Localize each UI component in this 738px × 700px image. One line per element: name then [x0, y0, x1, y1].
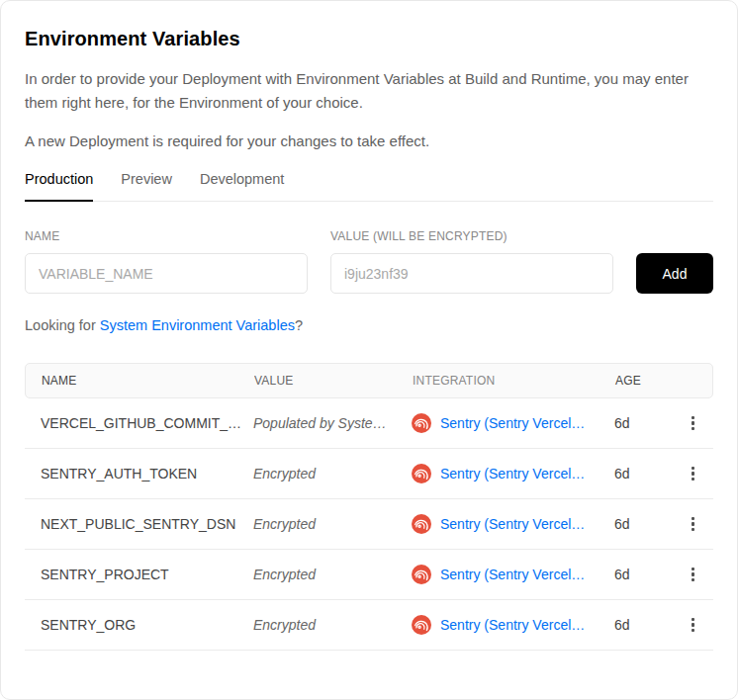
table-body: VERCEL_GITHUB_COMMIT_… Populated by Syst…	[25, 398, 713, 651]
variable-value-cell: Encrypted	[253, 516, 412, 532]
integration-link[interactable]: Sentry (Sentry Vercel…	[440, 567, 585, 582]
name-label: NAME	[25, 229, 308, 243]
variable-value-cell: Encrypted	[253, 617, 412, 633]
variable-value-cell: Populated by Syste…	[253, 415, 412, 431]
row-menu-kebab-icon[interactable]	[687, 564, 699, 586]
integration-link[interactable]: Sentry (Sentry Vercel…	[440, 415, 585, 431]
tab-development[interactable]: Development	[200, 171, 284, 202]
tab-production[interactable]: Production	[25, 171, 93, 202]
variable-value-cell: Encrypted	[253, 466, 412, 481]
column-header-age: AGE	[615, 374, 677, 388]
system-env-suffix: ?	[295, 317, 303, 333]
column-header-integration: INTEGRATION	[413, 374, 615, 388]
environment-variables-panel: Environment Variables In order to provid…	[0, 0, 738, 700]
age-cell: 6d	[614, 466, 676, 481]
add-button[interactable]: Add	[636, 253, 713, 294]
add-variable-form: NAME VALUE (WILL BE ENCRYPTED) Add	[25, 229, 713, 294]
sentry-icon	[412, 615, 431, 635]
row-menu-kebab-icon[interactable]	[687, 463, 699, 485]
column-header-value: VALUE	[254, 374, 413, 388]
redeploy-note: A new Deployment is required for your ch…	[25, 130, 713, 153]
table-row: SENTRY_PROJECT Encrypted Sentry (Sentry …	[25, 550, 713, 600]
integration-cell: Sentry (Sentry Vercel…	[412, 464, 614, 483]
age-cell: 6d	[614, 516, 676, 532]
variable-name-cell: VERCEL_GITHUB_COMMIT_…	[41, 415, 253, 431]
variable-name-cell: NEXT_PUBLIC_SENTRY_DSN	[41, 516, 253, 532]
variable-name-cell: SENTRY_ORG	[41, 617, 253, 633]
table-header-row: NAME VALUE INTEGRATION AGE	[25, 363, 713, 398]
integration-cell: Sentry (Sentry Vercel…	[412, 514, 614, 534]
age-cell: 6d	[614, 567, 676, 582]
integration-link[interactable]: Sentry (Sentry Vercel…	[440, 466, 585, 481]
row-menu-kebab-icon[interactable]	[687, 513, 699, 536]
variable-value-input[interactable]	[330, 253, 613, 294]
integration-link[interactable]: Sentry (Sentry Vercel…	[440, 516, 585, 532]
panel-description: In order to provide your Deployment with…	[25, 67, 709, 115]
variable-name-cell: SENTRY_AUTH_TOKEN	[41, 466, 253, 481]
table-row: NEXT_PUBLIC_SENTRY_DSN Encrypted Sentry …	[25, 499, 713, 550]
variable-value-cell: Encrypted	[253, 567, 412, 582]
age-cell: 6d	[614, 415, 676, 431]
variable-name-input[interactable]	[25, 253, 308, 294]
tab-preview[interactable]: Preview	[121, 171, 172, 202]
environment-tabs: Production Preview Development	[25, 171, 713, 202]
page-title: Environment Variables	[25, 28, 713, 50]
variable-name-cell: SENTRY_PROJECT	[41, 567, 253, 582]
integration-cell: Sentry (Sentry Vercel…	[412, 413, 614, 433]
system-env-link[interactable]: System Environment Variables	[100, 317, 295, 333]
table-row: SENTRY_AUTH_TOKEN Encrypted Sentry (Sent…	[25, 449, 713, 499]
integration-link[interactable]: Sentry (Sentry Vercel…	[440, 617, 585, 633]
column-header-name: NAME	[42, 374, 254, 388]
integration-cell: Sentry (Sentry Vercel…	[412, 565, 614, 584]
integration-cell: Sentry (Sentry Vercel…	[412, 615, 614, 635]
row-menu-kebab-icon[interactable]	[687, 412, 699, 435]
row-menu-kebab-icon[interactable]	[687, 614, 699, 637]
value-label: VALUE (WILL BE ENCRYPTED)	[330, 229, 613, 243]
table-row: VERCEL_GITHUB_COMMIT_… Populated by Syst…	[25, 398, 713, 449]
system-env-prefix: Looking for	[25, 317, 100, 333]
env-variables-table: NAME VALUE INTEGRATION AGE VERCEL_GITHUB…	[25, 363, 713, 651]
sentry-icon	[412, 514, 431, 534]
system-env-line: Looking for System Environment Variables…	[25, 317, 713, 333]
age-cell: 6d	[614, 617, 676, 633]
table-row: SENTRY_ORG Encrypted Sentry (Sentry Verc…	[25, 600, 713, 651]
sentry-icon	[412, 413, 431, 433]
sentry-icon	[412, 464, 431, 483]
sentry-icon	[412, 565, 431, 584]
